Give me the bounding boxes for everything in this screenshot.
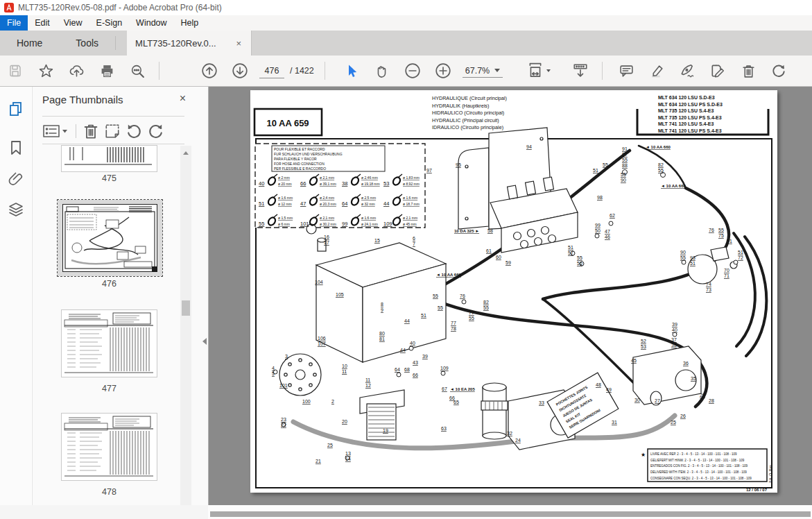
- part-label: 50: [595, 228, 601, 233]
- model-line: MLT 634 120 LSU S.D-E3: [658, 95, 715, 100]
- toolbar-separator: [602, 62, 603, 80]
- thumbnail-475[interactable]: [62, 146, 157, 171]
- delete-pages-button[interactable]: [738, 60, 759, 81]
- rotate-cw-button[interactable]: [148, 123, 166, 139]
- part-label: 63: [441, 426, 447, 431]
- part-label: 21: [316, 459, 321, 463]
- rotate-ccw-icon: [126, 123, 142, 139]
- fitting-dim: ø 20 mm: [278, 182, 292, 186]
- page-total-label: / 1422: [290, 66, 314, 76]
- part-label: 2: [331, 399, 334, 404]
- options-icon: [42, 123, 69, 139]
- pdf-page[interactable]: 10 AA 659HYDRAULIQUE (Circuit principal)…: [250, 90, 777, 493]
- diagram-title-line: HYDRAULIK (Hauptkreis): [432, 103, 489, 109]
- part-label: 51: [421, 313, 426, 318]
- zoom-level-select[interactable]: 67.7%: [463, 65, 503, 78]
- part-label: 22: [281, 423, 286, 427]
- zoom-out-button[interactable]: [402, 60, 423, 81]
- pages-icon: [8, 101, 24, 117]
- zoom-in-button[interactable]: [433, 60, 453, 81]
- menu-window[interactable]: Window: [129, 15, 173, 31]
- layers-rail-button[interactable]: [8, 202, 24, 219]
- fitting-number: 109: [383, 221, 392, 227]
- tab-tools[interactable]: Tools: [59, 31, 115, 56]
- menu-edit[interactable]: Edit: [28, 15, 57, 31]
- part-label: 82: [658, 162, 664, 167]
- fitting-dim: ø 12 mm: [278, 202, 292, 206]
- menu-view[interactable]: View: [57, 15, 89, 31]
- save-button[interactable]: [5, 60, 26, 81]
- part-label: 107: [318, 341, 326, 346]
- page-scrolling-button[interactable]: [570, 60, 591, 81]
- part-label: 55: [469, 316, 474, 321]
- scrollbar-thumb[interactable]: [210, 511, 811, 517]
- comment-button[interactable]: [616, 60, 637, 81]
- page-thumbnails-rail-button[interactable]: [8, 101, 24, 117]
- redo-button[interactable]: [768, 60, 789, 81]
- fitting-dim: ø 2,4 mm: [320, 196, 334, 200]
- rotate-ccw-button[interactable]: [126, 123, 144, 139]
- fitting-dim: ø 2 mm: [278, 176, 290, 180]
- highlight-button[interactable]: [646, 60, 667, 81]
- thumbnails-scrollbar[interactable]: [180, 146, 191, 505]
- hose-box-header-line: PER FLESSIBILE E RACCORDO: [274, 167, 326, 171]
- menu-esign[interactable]: E-Sign: [89, 15, 130, 31]
- plate-date: 12 / 06 / 07: [746, 488, 768, 492]
- thumbnail-477-label: 477: [62, 384, 157, 393]
- hose-box-header-line: PARA FLEXIBLE Y RACOR: [274, 157, 317, 161]
- insert-pages-button[interactable]: [103, 123, 121, 139]
- panel-title: Page Thumbnails: [42, 94, 123, 105]
- tab-home[interactable]: Home: [0, 31, 59, 56]
- previous-page-button[interactable]: [199, 60, 220, 81]
- scrollbar-thumb[interactable]: [182, 300, 190, 316]
- part-label: 20: [342, 419, 347, 424]
- print-button[interactable]: [96, 60, 117, 81]
- part-label: 74: [706, 282, 711, 287]
- attachments-rail-button[interactable]: [8, 170, 24, 187]
- bookmarks-rail-button[interactable]: [8, 139, 24, 156]
- insert-page-icon: [103, 123, 121, 139]
- selection-resize-handle[interactable]: [152, 266, 157, 272]
- thumbnail-478-label: 478: [62, 487, 157, 497]
- menu-file[interactable]: File: [0, 15, 28, 31]
- next-page-button[interactable]: [230, 60, 250, 81]
- star-button[interactable]: [35, 60, 56, 81]
- part-label: 31: [612, 420, 617, 425]
- close-icon[interactable]: ×: [180, 92, 186, 105]
- part-label: 29: [700, 393, 705, 398]
- part-label: 44: [400, 348, 406, 352]
- select-tool-button[interactable]: [341, 60, 362, 81]
- part-label: 39: [672, 322, 677, 327]
- star-icon: [39, 64, 53, 78]
- panel-separator: [76, 124, 76, 138]
- close-icon[interactable]: ×: [234, 38, 243, 49]
- model-line: MLT 735 120 LSU PS S.4-E3: [658, 115, 722, 120]
- share-button[interactable]: [66, 60, 87, 81]
- sign-pen-icon: [680, 63, 695, 78]
- part-label: 55: [680, 255, 686, 260]
- thumbnail-478[interactable]: [62, 414, 157, 480]
- thumbnail-477[interactable]: [62, 310, 157, 377]
- document-tab[interactable]: MLT735-120Rev.0... ×: [127, 31, 252, 56]
- document-canvas[interactable]: 10 AA 659HYDRAULIQUE (Circuit principal)…: [208, 87, 812, 505]
- page-number-input[interactable]: [259, 63, 284, 78]
- part-label: 93: [690, 255, 696, 260]
- hand-tool-button[interactable]: [372, 60, 392, 81]
- fill-sign-button[interactable]: [707, 60, 728, 81]
- model-line: MLT 634 120 LSU PS S.D-E3: [658, 102, 723, 107]
- fitting-dim: ø 24,1 mm: [361, 222, 378, 226]
- fit-width-button[interactable]: [524, 60, 554, 81]
- thumbnail-476[interactable]: [63, 205, 157, 271]
- thumbnail-options-button[interactable]: [42, 123, 69, 139]
- horizontal-scrollbar[interactable]: [208, 505, 812, 519]
- part-label: 26: [680, 414, 686, 418]
- menu-help[interactable]: Help: [174, 15, 206, 31]
- fitting-dim: ø 2,46 mm: [361, 176, 378, 180]
- delete-pages-panel-button[interactable]: [83, 123, 101, 139]
- part-label: 11: [365, 377, 370, 382]
- note-line: DELIVERED WITH ITEM. 2 - 3 - 4 - 5 - 13 …: [650, 470, 747, 474]
- sign-button[interactable]: [677, 60, 698, 81]
- part-label: 55: [603, 162, 608, 167]
- search-button[interactable]: [127, 60, 148, 81]
- fitting-number: 66: [300, 180, 306, 187]
